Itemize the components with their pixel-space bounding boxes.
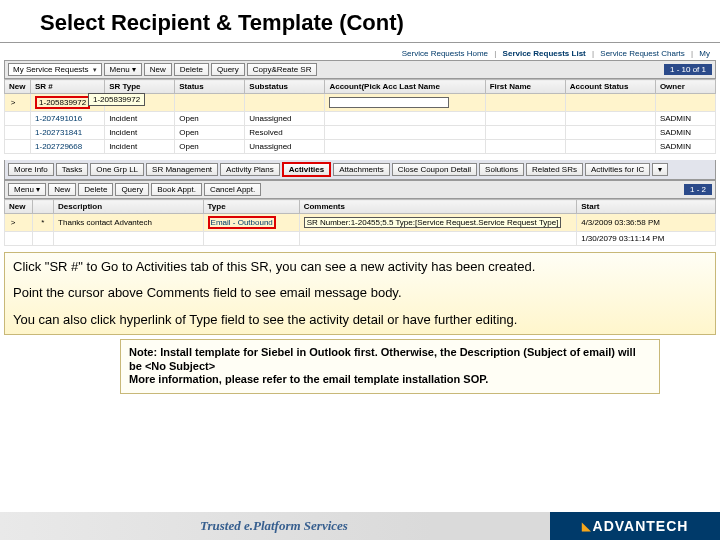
applet-dropdown[interactable]: My Service Requests▾ [8, 63, 102, 76]
nav-charts[interactable]: Service Request Charts [600, 49, 684, 58]
col-owner[interactable]: Owner [655, 80, 715, 94]
note-line: Note: Install template for Siebel in Out… [129, 346, 636, 372]
tab-bar: More Info Tasks One Grp LL SR Management… [4, 160, 716, 180]
col-act-type[interactable]: Type [203, 200, 299, 214]
instruction-line: Click "SR #" to Go to Activities tab of … [13, 259, 707, 275]
brand-logo: ◣ ADVANTECH [550, 512, 720, 540]
account-input[interactable] [329, 97, 449, 108]
sr-link[interactable]: 1-202729668 [35, 142, 82, 151]
tooltip: 1-205839972 [88, 93, 145, 106]
col-act-star[interactable] [32, 200, 53, 214]
act-menu-button[interactable]: Menu ▾ [8, 183, 46, 196]
menu-button[interactable]: Menu ▾ [104, 63, 142, 76]
instruction-line: Point the cursor above Comments field to… [13, 285, 707, 301]
activities-table: New Description Type Comments Start > * … [4, 199, 716, 246]
col-act-desc[interactable]: Description [54, 200, 203, 214]
col-substatus[interactable]: Substatus [245, 80, 325, 94]
note-line: More information, please refer to the em… [129, 373, 488, 385]
col-first[interactable]: First Name [485, 80, 565, 94]
col-astatus[interactable]: Account Status [565, 80, 655, 94]
tab-one-grp[interactable]: One Grp LL [90, 163, 144, 176]
sr-toolbar: My Service Requests▾ Menu ▾ New Delete Q… [4, 60, 716, 79]
instructions-block: Click "SR #" to Go to Activities tab of … [4, 252, 716, 335]
tab-close-coupon[interactable]: Close Coupon Detail [392, 163, 477, 176]
col-act-start[interactable]: Start [577, 200, 716, 214]
sr-link[interactable]: 1-202731841 [35, 128, 82, 137]
table-row[interactable]: 1-202731841 Incident Open Resolved SADMI… [5, 126, 716, 140]
logo-icon: ◣ [582, 520, 591, 533]
sr-table: New SR # SR Type Status Substatus Accoun… [4, 79, 716, 154]
note-block: Note: Install template for Siebel in Out… [120, 339, 660, 394]
instruction-line: You can also click hyperlink of Type fie… [13, 312, 707, 328]
copy-sr-button[interactable]: Copy&Reate SR [247, 63, 318, 76]
nav-list[interactable]: Service Requests List [503, 49, 586, 58]
col-status[interactable]: Status [175, 80, 245, 94]
new-button[interactable]: New [144, 63, 172, 76]
table-row[interactable]: 1-202729668 Incident Open Unassigned SAD… [5, 140, 716, 154]
tab-sr-mgmt[interactable]: SR Management [146, 163, 218, 176]
col-act-new[interactable]: New [5, 200, 33, 214]
tab-tasks[interactable]: Tasks [56, 163, 88, 176]
act-query-button[interactable]: Query [115, 183, 149, 196]
nav-links: Service Requests Home | Service Requests… [4, 47, 716, 60]
query-button[interactable]: Query [211, 63, 245, 76]
tab-solutions[interactable]: Solutions [479, 163, 524, 176]
tab-related-srs[interactable]: Related SRs [526, 163, 583, 176]
table-row[interactable]: 1/30/2079 03:11:14 PM [5, 232, 716, 246]
type-link[interactable]: Email - Outbound [208, 216, 276, 229]
footer-slogan: Trusted e.Platform Services [200, 518, 348, 534]
tab-overflow[interactable]: ▾ [652, 163, 668, 176]
nav-my[interactable]: My [699, 49, 710, 58]
tab-activities[interactable]: Activities [282, 162, 332, 177]
table-header-row: New Description Type Comments Start [5, 200, 716, 214]
sr-link[interactable]: 1-207491016 [35, 114, 82, 123]
book-appt-button[interactable]: Book Appt. [151, 183, 202, 196]
row-selector-icon: > [9, 98, 17, 107]
tab-activity-plans[interactable]: Activity Plans [220, 163, 280, 176]
delete-button[interactable]: Delete [174, 63, 209, 76]
footer: Trusted e.Platform Services ◣ ADVANTECH [0, 512, 720, 540]
activities-toolbar: Menu ▾ New Delete Query Book Appt. Cance… [4, 180, 716, 199]
col-new[interactable]: New [5, 80, 31, 94]
act-pager: 1 - 2 [684, 184, 712, 195]
table-row[interactable]: 1-207491016 Incident Open Unassigned SAD… [5, 112, 716, 126]
act-delete-button[interactable]: Delete [78, 183, 113, 196]
comments-tooltip[interactable]: SR Number:1-20455;5.5 Type:[Service Requ… [304, 217, 562, 228]
col-sr[interactable]: SR # [31, 80, 105, 94]
act-new-button[interactable]: New [48, 183, 76, 196]
row-selector-icon: > [9, 218, 17, 227]
tab-activities-ic[interactable]: Activities for IC [585, 163, 650, 176]
tab-more-info[interactable]: More Info [8, 163, 54, 176]
page-title: Select Recipient & Template (Cont) [0, 0, 720, 40]
divider [0, 42, 720, 43]
chevron-down-icon: ▾ [93, 66, 97, 74]
col-account[interactable]: Account(Pick Acc Last Name [325, 80, 485, 94]
sr-link[interactable]: 1-205839972 [35, 96, 90, 109]
pager: 1 - 10 of 1 [664, 64, 712, 75]
table-header-row: New SR # SR Type Status Substatus Accoun… [5, 80, 716, 94]
table-row[interactable]: > * Thanks contact Advantech Email - Out… [5, 214, 716, 232]
tab-attachments[interactable]: Attachments [333, 163, 389, 176]
nav-home[interactable]: Service Requests Home [402, 49, 488, 58]
col-act-comments[interactable]: Comments [299, 200, 577, 214]
cancel-appt-button[interactable]: Cancel Appt. [204, 183, 261, 196]
col-type[interactable]: SR Type [105, 80, 175, 94]
